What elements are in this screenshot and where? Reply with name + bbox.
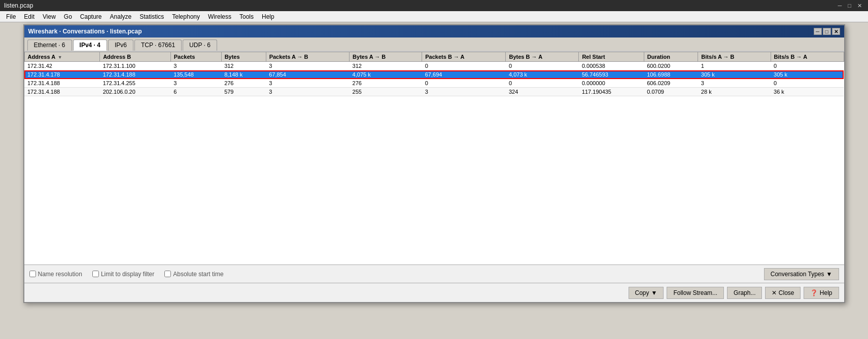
conversation-types-button[interactable]: Conversation Types ▼ (764, 268, 839, 280)
col-bytes-ba[interactable]: Bytes B → A (506, 52, 579, 62)
table-cell: 324 (506, 88, 579, 96)
dropdown-arrow-icon: ▼ (826, 271, 832, 278)
action-bar: Copy ▼ Follow Stream... Graph... ✕ Close… (24, 283, 844, 302)
table-row[interactable]: 172.31.4.188202.106.0.20657932553324117.… (24, 88, 844, 96)
table-cell: 3 (422, 88, 506, 96)
col-bytes[interactable]: Bytes (221, 52, 266, 62)
follow-stream-label: Follow Stream... (673, 289, 717, 296)
table-row[interactable]: 172.31.4.178172.31.4.188135,5488,148 k67… (24, 70, 844, 79)
menu-capture[interactable]: Capture (76, 12, 106, 21)
col-duration[interactable]: Duration (644, 52, 698, 62)
menu-view[interactable]: View (39, 12, 60, 21)
table-cell: 606.0209 (644, 79, 698, 88)
conversations-table-container[interactable]: Address A ▼ Address B Packets Bytes Pack… (24, 52, 844, 265)
table-cell: 3 (170, 79, 221, 88)
bottom-bar: Name resolution Limit to display filter … (24, 265, 844, 283)
dialog-close-btn[interactable]: ✕ (832, 28, 840, 35)
table-cell: 172.31.4.188 (24, 79, 100, 88)
col-addr-b[interactable]: Address B (100, 52, 171, 62)
absolute-start-checkbox-label[interactable]: Absolute start time (164, 271, 223, 278)
table-cell: 305 k (698, 70, 771, 79)
graph-button[interactable]: Graph... (727, 287, 762, 299)
table-cell: 6 (170, 88, 221, 96)
help-button[interactable]: ❓ Help (804, 287, 839, 299)
menu-file[interactable]: File (2, 12, 20, 21)
conversation-tabs: Ethernet · 6 IPv4 · 4 IPv6 TCP · 67661 U… (24, 37, 844, 52)
menu-analyze[interactable]: Analyze (106, 12, 136, 21)
dialog-minimize-btn[interactable]: ─ (814, 28, 822, 35)
help-label: ❓ Help (810, 289, 832, 296)
name-resolution-label: Name resolution (38, 271, 82, 278)
table-cell: 3 (266, 62, 349, 70)
table-cell: 172.31.42 (24, 62, 100, 70)
table-cell: 117.190435 (579, 88, 644, 96)
conversation-types-label: Conversation Types (771, 271, 824, 278)
tab-udp[interactable]: UDP · 6 (183, 40, 217, 51)
col-bits-ab[interactable]: Bits/s A → B (698, 52, 771, 62)
title-bar: listen.pcap ─ □ ✕ (0, 0, 868, 11)
conversations-dialog: Wireshark · Conversations · listen.pcap … (23, 24, 845, 303)
close-label: ✕ Close (772, 289, 794, 296)
col-packets[interactable]: Packets (170, 52, 221, 62)
limit-filter-label: Limit to display filter (101, 271, 154, 278)
minimize-btn[interactable]: ─ (836, 3, 844, 9)
table-cell: 0 (506, 79, 579, 88)
menu-go[interactable]: Go (60, 12, 76, 21)
tab-tcp[interactable]: TCP · 67661 (134, 40, 182, 51)
dialog-title-controls: ─ □ ✕ (814, 28, 840, 35)
name-resolution-checkbox-label[interactable]: Name resolution (29, 271, 82, 278)
close-btn[interactable]: ✕ (855, 3, 864, 9)
col-addr-a[interactable]: Address A ▼ (24, 52, 100, 62)
table-cell: 3 (266, 79, 349, 88)
table-cell: 0.0709 (644, 88, 698, 96)
table-cell: 172.31.4.188 (100, 70, 171, 79)
col-rel-start[interactable]: Rel Start (579, 52, 644, 62)
maximize-btn[interactable]: □ (846, 3, 853, 9)
copy-dropdown-icon: ▼ (651, 289, 657, 296)
absolute-start-checkbox[interactable] (164, 271, 171, 277)
col-pkt-ab[interactable]: Packets A → B (266, 52, 349, 62)
limit-filter-checkbox[interactable] (92, 271, 99, 277)
table-cell: 0 (422, 79, 506, 88)
conversations-table: Address A ▼ Address B Packets Bytes Pack… (24, 52, 844, 96)
table-cell: 3 (698, 79, 771, 88)
tab-ethernet[interactable]: Ethernet · 6 (27, 40, 72, 51)
menu-edit[interactable]: Edit (20, 12, 39, 21)
menu-help[interactable]: Help (258, 12, 279, 21)
table-cell: 172.31.4.188 (24, 88, 100, 96)
table-cell: 305 k (771, 70, 844, 79)
table-cell: 67,694 (422, 70, 506, 79)
table-cell: 172.31.4.255 (100, 79, 171, 88)
table-wrapper: Address A ▼ Address B Packets Bytes Pack… (24, 52, 844, 265)
table-cell: 579 (221, 88, 266, 96)
follow-stream-button[interactable]: Follow Stream... (667, 287, 724, 299)
graph-label: Graph... (734, 289, 755, 296)
menu-wireless[interactable]: Wireless (204, 12, 235, 21)
name-resolution-checkbox[interactable] (29, 271, 36, 277)
copy-button[interactable]: Copy ▼ (629, 287, 664, 299)
table-row[interactable]: 172.31.4.188172.31.4.25532763276000.0000… (24, 79, 844, 88)
col-bits-ba[interactable]: Bits/s B → A (771, 52, 844, 62)
table-cell: 3 (266, 88, 349, 96)
table-cell: 28 k (698, 88, 771, 96)
table-row[interactable]: 172.31.42172.31.1.10033123312000.0005386… (24, 62, 844, 70)
table-cell: 0 (771, 62, 844, 70)
dialog-maximize-btn[interactable]: □ (823, 28, 831, 35)
menu-telephony[interactable]: Telephony (168, 12, 204, 21)
table-cell: 0 (506, 62, 579, 70)
tab-ipv6[interactable]: IPv6 (108, 40, 133, 51)
menu-tools[interactable]: Tools (235, 12, 258, 21)
table-cell: 202.106.0.20 (100, 88, 171, 96)
tab-ipv4[interactable]: IPv4 · 4 (73, 40, 107, 51)
table-cell: 3 (170, 62, 221, 70)
limit-filter-checkbox-label[interactable]: Limit to display filter (92, 271, 154, 278)
col-pkt-ba[interactable]: Packets B → A (422, 52, 506, 62)
table-cell: 172.31.4.178 (24, 70, 100, 79)
copy-label: Copy (635, 289, 649, 296)
close-dialog-button[interactable]: ✕ Close (765, 287, 801, 299)
table-cell: 255 (350, 88, 422, 96)
title-bar-title: listen.pcap (4, 2, 33, 9)
table-cell: 0 (422, 62, 506, 70)
menu-statistics[interactable]: Statistics (135, 12, 168, 21)
col-bytes-ab[interactable]: Bytes A → B (350, 52, 422, 62)
